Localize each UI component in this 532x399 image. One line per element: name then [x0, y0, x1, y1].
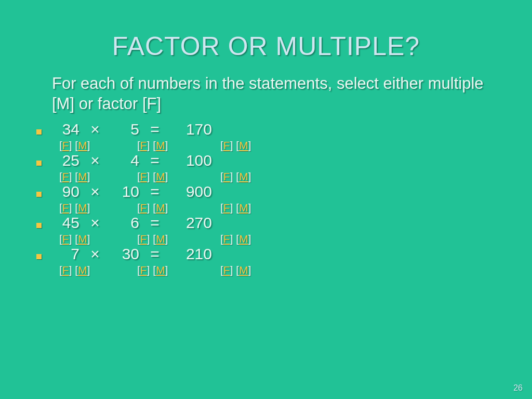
multiple-link[interactable]: M: [156, 170, 165, 182]
factor-link[interactable]: F: [140, 233, 147, 245]
multiple-link[interactable]: M: [239, 139, 248, 151]
choice-group-b: [F] [M]: [137, 170, 220, 183]
equation-row: 34×5=170[F] [M][F] [M][F] [M]: [36, 121, 511, 152]
choice-group-b: [F] [M]: [137, 233, 220, 245]
operand-b: 6: [111, 214, 139, 232]
equals-symbol: =: [139, 183, 170, 201]
multiple-link[interactable]: M: [78, 170, 87, 182]
factor-link[interactable]: F: [62, 202, 69, 214]
bullet-icon: [36, 129, 42, 135]
choice-group-c: [F] [M]: [220, 233, 251, 245]
result: 210: [170, 245, 212, 263]
equation-row: 7×30=210[F] [M][F] [M][F] [M]: [36, 245, 511, 276]
operand-b: 10: [111, 183, 139, 201]
operand-a: 34: [51, 121, 79, 138]
multiple-link[interactable]: M: [239, 233, 248, 245]
factor-link[interactable]: F: [62, 139, 69, 151]
factor-link[interactable]: F: [223, 264, 230, 276]
equation: 45×6=270: [36, 214, 511, 232]
choice-group-a: [F] [M]: [59, 202, 137, 214]
factor-link[interactable]: F: [140, 139, 147, 151]
result: 170: [170, 121, 212, 138]
multiple-link[interactable]: M: [239, 170, 248, 182]
multiple-link[interactable]: M: [156, 202, 165, 214]
choice-group-a: [F] [M]: [59, 233, 137, 245]
times-symbol: ×: [79, 214, 111, 232]
multiple-link[interactable]: M: [78, 139, 87, 151]
bullet-icon: [36, 192, 42, 197]
choice-group-c: [F] [M]: [220, 139, 251, 152]
operand-a: 25: [51, 152, 79, 169]
choice-group-a: [F] [M]: [59, 170, 137, 183]
bullet-icon: [36, 161, 42, 166]
operand-a: 90: [51, 183, 79, 201]
factor-link[interactable]: F: [223, 202, 230, 214]
times-symbol: ×: [79, 245, 111, 263]
equation-row: 25×4=100[F] [M][F] [M][F] [M]: [36, 152, 511, 183]
result: 900: [170, 183, 212, 201]
choice-group-b: [F] [M]: [137, 202, 220, 214]
factor-link[interactable]: F: [140, 264, 147, 276]
equation-row: 90×10=900[F] [M][F] [M][F] [M]: [36, 183, 511, 214]
factor-link[interactable]: F: [140, 170, 147, 182]
choice-group-b: [F] [M]: [137, 264, 220, 276]
page-number: 26: [513, 383, 523, 393]
times-symbol: ×: [79, 152, 111, 169]
choice-group-b: [F] [M]: [137, 139, 220, 152]
operand-a: 7: [51, 245, 79, 263]
equation-row: 45×6=270[F] [M][F] [M][F] [M]: [36, 214, 511, 245]
factor-link[interactable]: F: [223, 139, 230, 151]
choice-row: [F] [M][F] [M][F] [M]: [36, 170, 511, 183]
choice-group-a: [F] [M]: [59, 264, 137, 276]
equation-list: 34×5=170[F] [M][F] [M][F] [M]25×4=100[F]…: [36, 121, 511, 276]
equals-symbol: =: [139, 121, 170, 138]
equation: 90×10=900: [36, 183, 511, 201]
operand-a: 45: [51, 214, 79, 232]
multiple-link[interactable]: M: [78, 264, 87, 276]
multiple-link[interactable]: M: [239, 264, 248, 276]
equation: 7×30=210: [36, 245, 511, 263]
multiple-link[interactable]: M: [156, 264, 165, 276]
times-symbol: ×: [79, 183, 111, 201]
equals-symbol: =: [139, 245, 170, 263]
factor-link[interactable]: F: [223, 233, 230, 245]
choice-row: [F] [M][F] [M][F] [M]: [36, 202, 511, 214]
choice-group-c: [F] [M]: [220, 170, 251, 183]
factor-link[interactable]: F: [223, 170, 230, 182]
result: 270: [170, 214, 212, 232]
factor-link[interactable]: F: [140, 202, 147, 214]
factor-link[interactable]: F: [62, 233, 69, 245]
operand-b: 30: [111, 245, 139, 263]
equals-symbol: =: [139, 214, 170, 232]
slide-title: FACTOR OR MULTIPLE?: [21, 31, 511, 61]
choice-row: [F] [M][F] [M][F] [M]: [36, 264, 511, 276]
choice-group-a: [F] [M]: [59, 139, 137, 152]
operand-b: 5: [111, 121, 139, 138]
multiple-link[interactable]: M: [239, 202, 248, 214]
multiple-link[interactable]: M: [78, 233, 87, 245]
operand-b: 4: [111, 152, 139, 169]
choice-group-c: [F] [M]: [220, 264, 251, 276]
choice-group-c: [F] [M]: [220, 202, 251, 214]
choice-row: [F] [M][F] [M][F] [M]: [36, 139, 511, 152]
multiple-link[interactable]: M: [156, 139, 165, 151]
instruction-text: For each of numbers in the statements, s…: [52, 74, 509, 114]
factor-link[interactable]: F: [62, 170, 69, 182]
bullet-icon: [36, 254, 42, 259]
bullet-icon: [36, 223, 42, 228]
times-symbol: ×: [79, 121, 111, 138]
equation: 34×5=170: [36, 121, 511, 138]
multiple-link[interactable]: M: [78, 202, 87, 214]
equation: 25×4=100: [36, 152, 511, 169]
result: 100: [170, 152, 212, 169]
multiple-link[interactable]: M: [156, 233, 165, 245]
factor-link[interactable]: F: [62, 264, 69, 276]
equals-symbol: =: [139, 152, 170, 169]
choice-row: [F] [M][F] [M][F] [M]: [36, 233, 511, 245]
slide: FACTOR OR MULTIPLE? For each of numbers …: [0, 0, 532, 399]
